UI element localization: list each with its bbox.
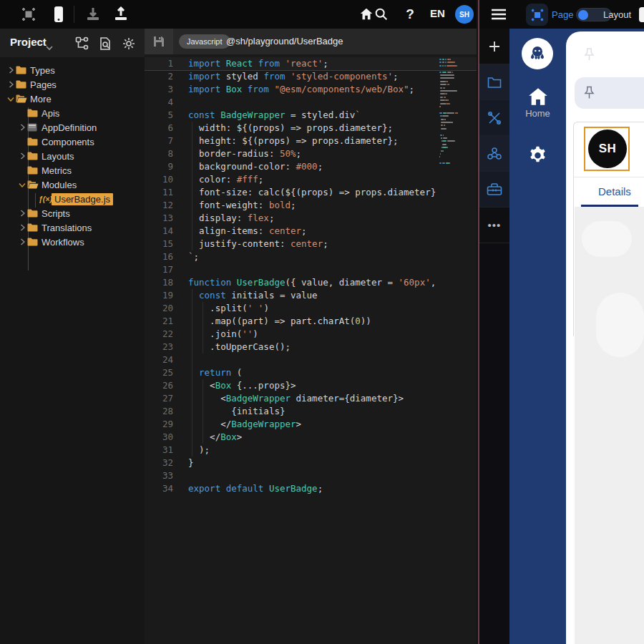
code-line: 17 bbox=[145, 263, 477, 276]
nav-home-button[interactable]: Home bbox=[509, 87, 566, 119]
code-line: 25 return ( bbox=[145, 366, 477, 379]
hierarchy-icon[interactable] bbox=[74, 36, 90, 52]
code-line: 32} bbox=[145, 457, 477, 469]
app-root: ? EN SH Page Layout Project bbox=[0, 0, 644, 644]
line-number: 11 bbox=[145, 186, 173, 199]
code-line: 29 </BadgeWrapper> bbox=[145, 418, 477, 431]
tree-item-workflows[interactable]: Workflows bbox=[0, 235, 145, 249]
tree-item-components[interactable]: Components bbox=[0, 135, 145, 149]
chevron-down-icon[interactable] bbox=[6, 94, 16, 104]
line-number: 28 bbox=[145, 405, 173, 418]
artboard-icon[interactable] bbox=[20, 6, 37, 23]
chevron-right-icon[interactable] bbox=[17, 237, 27, 247]
line-number: 7 bbox=[145, 135, 173, 147]
nav-settings-button[interactable] bbox=[509, 145, 566, 164]
line-number: 10 bbox=[145, 173, 173, 186]
tool-rail: ••• bbox=[479, 29, 509, 644]
code-line: 1import React from 'react'; bbox=[145, 57, 477, 70]
code-line: 31 ); bbox=[145, 444, 477, 457]
indent-guide bbox=[192, 289, 192, 457]
tree-item-label: Translations bbox=[40, 223, 92, 233]
tree-item-apis[interactable]: Apis bbox=[0, 106, 145, 120]
hamburger-icon[interactable] bbox=[490, 6, 507, 23]
code-line: 8 border-radius: 50%; bbox=[145, 147, 477, 160]
file-search-icon[interactable] bbox=[97, 36, 113, 52]
line-number: 9 bbox=[145, 160, 173, 173]
tree-item-appdefinition[interactable]: AppDefinition bbox=[0, 120, 145, 135]
minimap[interactable] bbox=[439, 59, 472, 640]
chevron-down-icon[interactable] bbox=[17, 180, 27, 190]
folder-icon bbox=[27, 208, 40, 218]
phone-icon[interactable] bbox=[50, 6, 67, 23]
code-area[interactable]: 1import React from 'react';2import style… bbox=[145, 54, 477, 644]
language-selector[interactable]: EN bbox=[430, 7, 445, 19]
layout-mode-label[interactable]: Layout bbox=[603, 9, 631, 20]
chevron-right-icon[interactable] bbox=[17, 122, 27, 132]
tree-item-translations[interactable]: Translations bbox=[0, 220, 145, 235]
tree-item-label: Modules bbox=[40, 180, 77, 190]
octopus-logo-icon[interactable] bbox=[522, 38, 553, 69]
file-path-breadcrumb: @sh/playground/UserBadge bbox=[226, 36, 343, 47]
chevron-right-icon[interactable] bbox=[17, 151, 27, 161]
tree-item-layouts[interactable]: Layouts bbox=[0, 149, 145, 163]
upload-icon[interactable] bbox=[112, 6, 130, 23]
folder-icon bbox=[27, 165, 40, 175]
code-line: 18function UserBadge({ value, diameter =… bbox=[145, 276, 477, 289]
code-line: 13 display: flex; bbox=[145, 212, 477, 225]
tree-item-more[interactable]: More bbox=[0, 92, 145, 106]
line-number: 12 bbox=[145, 199, 173, 212]
code-line: 24 bbox=[145, 353, 477, 366]
tree-item-metrics[interactable]: Metrics bbox=[0, 163, 145, 177]
code-line: 11 font-size: calc(${(props) => props.di… bbox=[145, 186, 477, 199]
nav-home-label: Home bbox=[525, 108, 550, 119]
tree-item-label: Pages bbox=[29, 79, 57, 90]
ellipsis-more-button[interactable]: ••• bbox=[479, 208, 509, 243]
line-number: 21 bbox=[145, 315, 173, 328]
tree-item-label: UserBadge.js bbox=[52, 193, 113, 205]
folder-icon bbox=[27, 151, 40, 161]
download-icon[interactable] bbox=[84, 6, 102, 23]
tree-item-label: Layouts bbox=[40, 151, 74, 162]
tools-icon[interactable] bbox=[479, 100, 509, 136]
line-number: 4 bbox=[145, 96, 173, 109]
toggle-knob bbox=[578, 10, 588, 20]
modules-cluster-icon[interactable] bbox=[479, 136, 509, 172]
tree-item-types[interactable]: Types bbox=[0, 63, 145, 77]
tree-item-modules[interactable]: Modules bbox=[0, 177, 145, 192]
page-frame-button[interactable] bbox=[526, 4, 548, 26]
tree-item-pages[interactable]: Pages bbox=[0, 77, 145, 92]
code-line: 10 color: #fff; bbox=[145, 173, 477, 186]
chevron-right-icon[interactable] bbox=[6, 65, 16, 75]
code-line: 15 justify-content: center; bbox=[145, 238, 477, 250]
toolbox-icon[interactable] bbox=[479, 172, 509, 208]
card-divider bbox=[574, 177, 644, 177]
line-number: 15 bbox=[145, 238, 173, 250]
folder-outline-icon[interactable] bbox=[479, 64, 509, 100]
help-icon[interactable]: ? bbox=[401, 6, 419, 23]
tree-item-userbadge-js[interactable]: ƒ(×)UserBadge.js bbox=[0, 192, 145, 206]
project-dropdown[interactable]: Project bbox=[10, 36, 47, 48]
add-button[interactable] bbox=[479, 29, 509, 64]
preview-panel: SH S Details bbox=[566, 31, 644, 644]
line-number: 19 bbox=[145, 289, 173, 302]
chevron-right-icon[interactable] bbox=[17, 223, 27, 233]
top-toolbar: ? EN SH Page Layout bbox=[0, 0, 644, 29]
tab-details[interactable]: Details bbox=[598, 185, 631, 197]
user-badge-component[interactable]: SH bbox=[588, 130, 627, 168]
project-tree: TypesPagesMoreApisAppDefinitionComponent… bbox=[0, 63, 145, 249]
line-number: 26 bbox=[145, 379, 173, 392]
user-avatar[interactable]: SH bbox=[455, 5, 474, 24]
gear-icon[interactable] bbox=[121, 36, 137, 52]
chevron-right-icon[interactable] bbox=[6, 79, 16, 89]
project-sidebar: Project TypesPagesMoreApisAppDefinit bbox=[0, 29, 145, 644]
tree-item-scripts[interactable]: Scripts bbox=[0, 206, 145, 220]
line-number: 27 bbox=[145, 392, 173, 405]
chevron-right-icon[interactable] bbox=[17, 208, 27, 218]
search-icon[interactable] bbox=[373, 6, 390, 23]
page-mode-label[interactable]: Page bbox=[552, 9, 573, 20]
pinned-item[interactable] bbox=[575, 77, 644, 109]
app-icon bbox=[27, 122, 40, 132]
preview-content-area bbox=[575, 207, 644, 644]
project-sidebar-header: Project bbox=[0, 29, 145, 57]
save-button[interactable] bbox=[145, 29, 173, 54]
